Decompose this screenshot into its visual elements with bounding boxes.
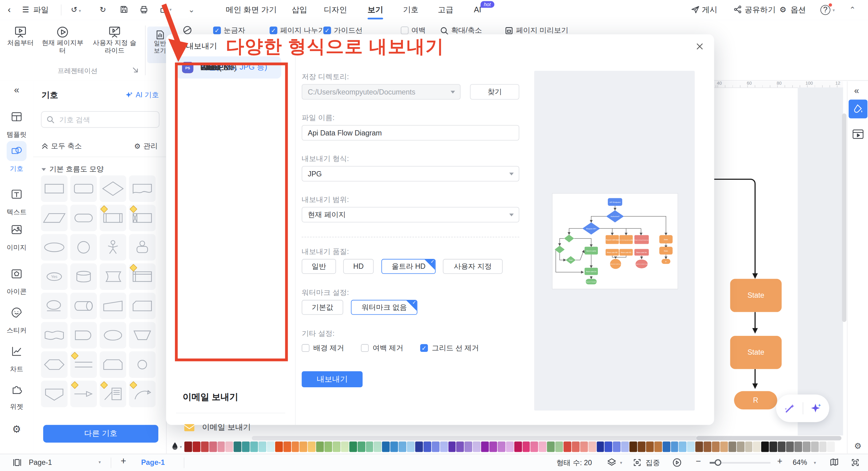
vertical-scrollbar[interactable] bbox=[842, 113, 846, 322]
share-nodes-icon[interactable] bbox=[734, 5, 742, 14]
color-swatch[interactable] bbox=[522, 441, 530, 452]
view-option[interactable]: ✓페이지 나누기 bbox=[270, 26, 325, 35]
menu-main[interactable]: 메인 화면 가기 bbox=[226, 5, 277, 15]
watermark-option[interactable]: 워터마크 없음✓ bbox=[351, 300, 417, 315]
layers-caret-icon[interactable]: ▾ bbox=[620, 460, 622, 465]
color-swatch[interactable] bbox=[629, 441, 637, 452]
filename-input[interactable]: Api Data Flow Diagram bbox=[302, 125, 519, 140]
color-swatch[interactable] bbox=[481, 441, 489, 452]
browse-button[interactable]: 찾기 bbox=[470, 84, 519, 99]
color-swatch[interactable] bbox=[530, 441, 538, 452]
color-swatch[interactable] bbox=[728, 441, 736, 452]
shape-cell[interactable] bbox=[41, 175, 67, 202]
more-chevron-icon[interactable]: ⌄ bbox=[188, 5, 195, 14]
play-presentation-icon[interactable] bbox=[672, 458, 682, 467]
section-collapse-icon[interactable] bbox=[41, 168, 46, 171]
zoom-in-button[interactable]: + bbox=[777, 457, 782, 466]
fill-style-button[interactable] bbox=[848, 99, 867, 118]
other-option[interactable]: ✓그리드 선 제거 bbox=[420, 343, 479, 353]
color-swatch[interactable] bbox=[464, 441, 472, 452]
color-swatch[interactable] bbox=[291, 441, 299, 452]
color-swatch[interactable] bbox=[827, 441, 835, 452]
zoom-caret-icon[interactable]: ▾ bbox=[814, 460, 816, 465]
other-option[interactable]: 배경 제거 bbox=[302, 343, 344, 353]
file-menu[interactable]: 파일 bbox=[33, 5, 49, 15]
color-swatch[interactable] bbox=[275, 441, 283, 452]
ink-caret-icon[interactable]: ▾ bbox=[180, 445, 182, 449]
quality-option[interactable]: 사용자 지정✓ bbox=[443, 259, 503, 274]
checkbox-checked-icon[interactable]: ✓ bbox=[270, 27, 277, 34]
color-swatch[interactable] bbox=[662, 441, 670, 452]
color-swatch[interactable] bbox=[440, 441, 447, 452]
color-swatch[interactable] bbox=[242, 441, 250, 452]
ink-dropper-icon[interactable] bbox=[170, 441, 180, 451]
color-swatch[interactable] bbox=[391, 441, 398, 452]
dir-select[interactable]: C:/Users/keompyuteo/Documents bbox=[302, 84, 461, 99]
back-icon[interactable]: ‹ bbox=[8, 5, 11, 15]
shape-cell[interactable]: Yes bbox=[41, 263, 67, 290]
checkbox-checked-icon[interactable]: ✓ bbox=[213, 27, 221, 34]
color-swatch[interactable] bbox=[217, 441, 225, 452]
collapse-all-button[interactable]: 모두 축소 bbox=[41, 141, 82, 151]
color-swatch[interactable] bbox=[762, 441, 769, 452]
color-swatch[interactable] bbox=[490, 441, 497, 452]
present-from-current[interactable]: 현재 페이지부터 bbox=[40, 26, 85, 54]
shape-cell[interactable] bbox=[129, 322, 156, 348]
shape-cell[interactable] bbox=[99, 234, 126, 261]
color-swatch[interactable] bbox=[819, 441, 827, 452]
add-page-button[interactable]: + bbox=[121, 456, 126, 467]
shape-cell[interactable] bbox=[70, 175, 97, 202]
shape-cell[interactable] bbox=[41, 293, 67, 319]
map-overview-icon[interactable] bbox=[829, 458, 839, 467]
horizontal-scrollbar-thumb[interactable] bbox=[696, 436, 841, 440]
present-from-start[interactable]: 처음부터 bbox=[3, 26, 38, 46]
color-swatch[interactable] bbox=[324, 441, 332, 452]
search-input[interactable] bbox=[58, 115, 144, 124]
menu-insert[interactable]: 삽입 bbox=[292, 5, 307, 15]
shape-cell[interactable] bbox=[70, 322, 97, 348]
magic-wand-icon[interactable] bbox=[783, 402, 796, 415]
pages-panel-icon[interactable] bbox=[12, 458, 22, 467]
collapse-panel-icon[interactable]: « bbox=[0, 85, 33, 96]
color-swatch[interactable] bbox=[687, 441, 695, 452]
canvas-node-state[interactable]: State bbox=[730, 336, 782, 369]
focus-label[interactable]: 집중 bbox=[646, 458, 660, 468]
page-dropdown-caret-icon[interactable]: ▾ bbox=[99, 460, 101, 465]
view-option[interactable]: ✓눈금자 bbox=[213, 26, 245, 35]
shape-cell[interactable] bbox=[99, 205, 126, 231]
color-swatch[interactable] bbox=[514, 441, 522, 452]
rail-item[interactable]: 기호 bbox=[0, 141, 33, 174]
color-swatch[interactable] bbox=[366, 441, 373, 452]
color-swatch[interactable] bbox=[448, 441, 456, 452]
layers-icon[interactable] bbox=[607, 458, 617, 467]
undo-icon[interactable]: ↺ ▾ bbox=[71, 5, 81, 14]
shape-cell[interactable] bbox=[99, 351, 126, 378]
rail-item[interactable]: 템플릿 bbox=[0, 107, 33, 139]
color-swatch[interactable] bbox=[407, 441, 414, 452]
watermark-option[interactable]: 기본값✓ bbox=[302, 300, 343, 315]
shape-cell[interactable] bbox=[70, 351, 97, 378]
menu-view[interactable]: 보기 bbox=[368, 5, 383, 15]
checkbox-icon[interactable] bbox=[302, 344, 309, 352]
manage-button[interactable]: ⚙관리 bbox=[134, 141, 158, 151]
color-swatch[interactable] bbox=[349, 441, 357, 452]
ai-sparkles-icon[interactable] bbox=[810, 402, 823, 415]
shape-cell[interactable] bbox=[70, 234, 97, 261]
presentation-panel-icon[interactable] bbox=[852, 129, 864, 140]
publish-button[interactable]: 게시 bbox=[702, 5, 717, 15]
horizontal-scrollbar-track[interactable] bbox=[252, 436, 698, 440]
color-swatch[interactable] bbox=[580, 441, 588, 452]
color-swatch[interactable] bbox=[621, 441, 629, 452]
quality-option[interactable]: 울트라 HD✓ bbox=[381, 259, 436, 274]
color-swatch[interactable] bbox=[267, 441, 274, 452]
view-option[interactable]: ✓가이드선 bbox=[323, 26, 363, 35]
menu-ai[interactable]: AI bbox=[474, 5, 481, 14]
color-swatch[interactable] bbox=[563, 441, 571, 452]
shape-cell[interactable] bbox=[99, 175, 126, 202]
color-swatch[interactable] bbox=[745, 441, 752, 452]
share-button[interactable]: 공유하기 bbox=[744, 5, 776, 15]
color-swatch[interactable] bbox=[795, 441, 802, 452]
color-swatch[interactable] bbox=[374, 441, 382, 452]
color-swatch[interactable] bbox=[234, 441, 242, 452]
color-swatch[interactable] bbox=[506, 441, 514, 452]
